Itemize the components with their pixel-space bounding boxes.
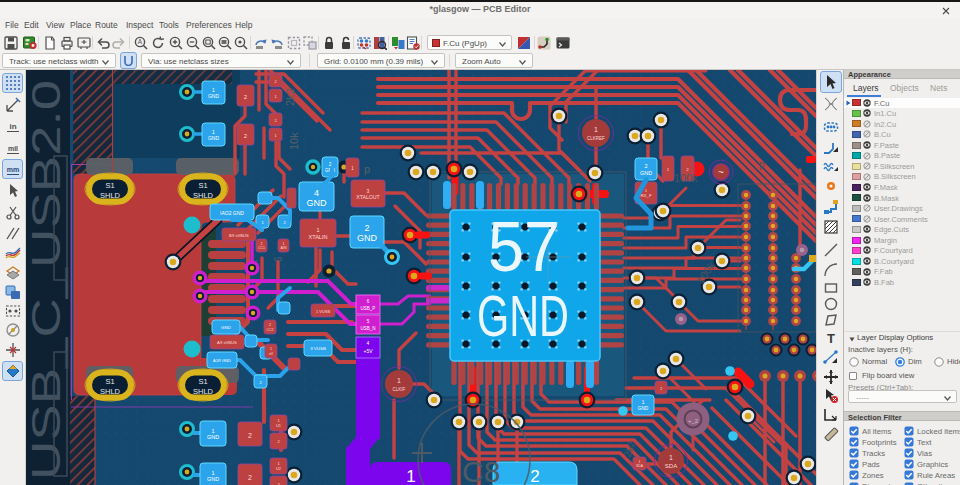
svg-text:10k: 10k <box>288 132 300 150</box>
svg-text:XTALIN: XTALIN <box>308 234 327 240</box>
svg-text:USB_P: USB_P <box>361 306 376 311</box>
svg-text:1: 1 <box>270 347 272 351</box>
svg-text:GND: GND <box>357 233 378 243</box>
svg-text:GND: GND <box>208 135 220 141</box>
svg-text:1: 1 <box>406 467 415 485</box>
svg-text:1: 1 <box>397 377 401 384</box>
svg-text:xV: xV <box>269 352 274 356</box>
svg-text:2: 2 <box>261 242 263 246</box>
svg-text:T: T <box>827 331 835 346</box>
svg-text:CLKREF: CLKREF <box>587 136 605 141</box>
svg-text:XTALOUT: XTALOUT <box>356 194 380 200</box>
svg-text:USB_N: USB_N <box>360 326 375 331</box>
svg-text:SHLD: SHLD <box>100 191 121 200</box>
svg-text:S1: S1 <box>198 181 207 190</box>
svg-text:S1: S1 <box>105 181 114 190</box>
svg-text:C8: C8 <box>462 455 500 485</box>
svg-text:1: 1 <box>211 428 214 434</box>
svg-text:4: 4 <box>367 340 370 346</box>
svg-text:GND: GND <box>208 93 220 99</box>
svg-text:SHLD: SHLD <box>193 191 214 200</box>
svg-text:AIN: AIN <box>281 246 287 250</box>
svg-text:CC1: CC1 <box>258 246 265 250</box>
svg-text:B9 xVBUS: B9 xVBUS <box>229 233 249 238</box>
svg-text:1: 1 <box>669 454 673 461</box>
svg-text:2: 2 <box>644 163 647 169</box>
svg-text:mm: mm <box>7 166 19 173</box>
svg-text:IAO2 GND: IAO2 GND <box>220 210 244 216</box>
svg-text:A9 xVBUS: A9 xVBUS <box>217 340 237 345</box>
svg-text:U2: U2 <box>276 466 282 471</box>
svg-text:2k2: 2k2 <box>284 88 296 106</box>
svg-text:mil: mil <box>8 145 18 152</box>
svg-text:GND: GND <box>477 283 569 348</box>
svg-text:GND: GND <box>207 476 219 482</box>
svg-text:3 VUSB: 3 VUSB <box>310 346 326 351</box>
svg-text:SDA: SDA <box>665 463 677 469</box>
svg-text:U1: U1 <box>276 423 282 428</box>
svg-text:GND: GND <box>638 406 649 411</box>
svg-text:1: 1 <box>211 470 214 476</box>
svg-text:SHLD: SHLD <box>193 387 214 396</box>
svg-text:A: A <box>138 38 143 45</box>
svg-text:1: 1 <box>594 126 598 133</box>
svg-text:RX_F: RX_F <box>640 193 652 198</box>
svg-text:2: 2 <box>530 467 539 485</box>
svg-text:CLKIF: CLKIF <box>393 387 406 392</box>
svg-text:GND: GND <box>221 325 231 330</box>
svg-text:1: 1 <box>642 400 645 405</box>
svg-text:1: 1 <box>316 227 319 233</box>
svg-text:CC2: CC2 <box>266 328 273 332</box>
svg-text:SHLD: SHLD <box>100 387 121 396</box>
svg-text:+5V: +5V <box>363 348 373 354</box>
svg-text:S1: S1 <box>198 377 207 386</box>
svg-text:100k: 100k <box>674 172 698 184</box>
svg-text:1 VUSB: 1 VUSB <box>316 309 331 314</box>
svg-text:2: 2 <box>364 223 369 233</box>
svg-text:4: 4 <box>314 188 319 198</box>
svg-text:~: ~ <box>718 167 724 178</box>
svg-text:1: 1 <box>283 242 285 246</box>
svg-text:in: in <box>9 122 16 131</box>
svg-text:SDA: SDA <box>636 464 644 468</box>
svg-text:GND: GND <box>307 198 328 208</box>
svg-text:57: 57 <box>488 208 560 286</box>
svg-text:2: 2 <box>248 474 252 481</box>
svg-text:p: p <box>364 163 370 175</box>
svg-text:GND: GND <box>207 434 219 440</box>
svg-text:GND: GND <box>640 170 652 176</box>
svg-text:+_2: +_2 <box>688 418 699 424</box>
svg-text:p: p <box>759 159 765 170</box>
svg-text:2: 2 <box>269 323 271 327</box>
svg-text:A1R GND: A1R GND <box>213 358 231 363</box>
svg-text:S1: S1 <box>105 377 114 386</box>
svg-text:2: 2 <box>248 432 252 439</box>
